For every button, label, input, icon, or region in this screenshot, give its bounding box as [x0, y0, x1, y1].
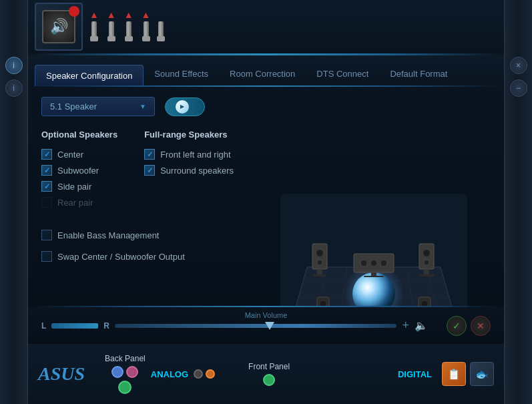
subwoofer-checkbox[interactable]	[41, 165, 52, 176]
tab-speaker-config[interactable]: Speaker Configuration	[35, 65, 144, 86]
analog-jack-2[interactable]	[206, 369, 215, 379]
rail-close-button[interactable]: ×	[510, 57, 527, 74]
center-checkbox[interactable]	[41, 149, 52, 160]
bass-mgmt-checkbox[interactable]	[41, 230, 52, 240]
asus-logo: ASUS	[38, 363, 85, 385]
analog-jack-1[interactable]	[194, 369, 203, 379]
svg-rect-18	[314, 274, 326, 276]
checkbox-front-lr[interactable]: Front left and right	[144, 146, 234, 162]
jack-icon-1: ▲	[89, 9, 99, 41]
svg-rect-29	[424, 269, 429, 274]
svg-point-20	[360, 260, 367, 266]
jack-arrow-3: ▲	[124, 9, 134, 20]
back-panel-jacks-bottom	[118, 381, 131, 394]
bottom-right-icons: 📋 🐟	[442, 362, 494, 386]
jack-plug-3	[126, 21, 131, 41]
jack-icon-2: ▲	[107, 9, 116, 41]
tab-bar: Speaker Configuration Sound Effects Room…	[28, 55, 504, 85]
back-panel-label: Back Panel	[105, 354, 146, 363]
checkbox-rear-pair: Rear pair	[41, 194, 117, 210]
full-range-header: Full-range Speakers	[144, 130, 234, 140]
back-panel-jacks-top	[111, 366, 138, 378]
top-icons: ▲ ▲ ▲ ▲	[89, 9, 164, 45]
svg-rect-24	[364, 276, 384, 277]
side-pair-checkbox[interactable]	[41, 181, 52, 192]
optional-speakers-col: Optional Speakers Center Subwoofer Side …	[41, 130, 117, 210]
speaker-dropdown[interactable]: 5.1 Speaker ▼	[41, 97, 155, 116]
speaker-selector: 5.1 Speaker ▼ ▶	[41, 97, 491, 116]
checkbox-subwoofer[interactable]: Subwoofer	[41, 162, 117, 178]
confirm-button[interactable]: ✓	[447, 316, 467, 336]
front-panel-section: Front Panel	[248, 362, 290, 386]
play-inner: ▶	[176, 100, 189, 114]
volume-slider-track[interactable]	[115, 324, 396, 328]
speaker-graphic: 🔊	[42, 10, 75, 43]
svg-rect-30	[419, 274, 434, 276]
volume-speaker-icon: 🔈	[415, 319, 428, 332]
analog-label: ANALOG	[151, 369, 188, 379]
checkbox-center[interactable]: Center	[41, 146, 117, 162]
play-button[interactable]: ▶	[165, 97, 205, 116]
dropdown-arrow-icon: ▼	[140, 103, 146, 110]
rear-pair-label: Rear pair	[57, 198, 93, 208]
volume-left-label: L	[41, 321, 46, 331]
svg-point-16	[317, 260, 322, 265]
tab-dts-connect[interactable]: DTS Connect	[306, 63, 379, 85]
side-pair-label: Side pair	[57, 182, 91, 192]
jack-arrow-2: ▲	[107, 9, 116, 20]
jack-icon-3: ▲	[124, 9, 134, 41]
front-lr-checkbox[interactable]	[144, 149, 155, 160]
cancel-button[interactable]: ✕	[471, 316, 491, 336]
jack-pink[interactable]	[126, 366, 138, 378]
top-section: 🔊 ▲ ▲ ▲ ▲	[28, 0, 504, 53]
swap-center-checkbox[interactable]	[41, 251, 52, 262]
subwoofer-label: Subwoofer	[57, 166, 99, 176]
center-label: Center	[57, 150, 83, 160]
svg-rect-17	[317, 269, 322, 274]
svg-point-27	[425, 251, 429, 255]
front-panel-jacks	[263, 374, 275, 386]
checkbox-surround[interactable]: Surround speakers	[144, 162, 234, 178]
tab-default-format[interactable]: Default Format	[379, 63, 458, 85]
settings-icon-button[interactable]: 📋	[442, 362, 466, 386]
rail-info-button[interactable]: i	[5, 57, 23, 74]
volume-section: Main Volume L R + 🔈 ✓ ✕	[28, 307, 504, 344]
tab-room-correction[interactable]: Room Correction	[219, 63, 306, 85]
jack-plug-1	[91, 21, 97, 41]
rail-info-button-2[interactable]: i	[5, 79, 23, 97]
app-container: i i × − 🔊 ▲ ▲ ▲ ▲	[0, 0, 532, 404]
svg-point-22	[380, 260, 387, 266]
front-panel-label: Front Panel	[248, 362, 290, 371]
jack-arrow-4: ▲	[142, 9, 151, 20]
power-icon-button[interactable]: 🐟	[470, 362, 494, 386]
surround-checkbox[interactable]	[144, 165, 155, 176]
checkbox-side-pair[interactable]: Side pair	[41, 178, 117, 194]
surround-label: Surround speakers	[160, 166, 234, 176]
jack-blue[interactable]	[111, 366, 123, 378]
swap-center-label: Swap Center / Subwoofer Output	[57, 252, 185, 262]
tab-sound-effects[interactable]: Sound Effects	[144, 63, 219, 85]
svg-point-15	[318, 251, 322, 255]
front-lr-label: Front left and right	[160, 150, 231, 160]
volume-slider-thumb[interactable]	[265, 322, 274, 330]
svg-point-21	[370, 260, 377, 266]
volume-bar-segments	[51, 323, 98, 329]
jack-plug-4	[144, 21, 149, 41]
digital-label: DIGITAL	[398, 369, 432, 379]
jack-plug-2	[109, 21, 114, 41]
volume-label: Main Volume	[245, 311, 288, 319]
jack-green[interactable]	[118, 381, 131, 394]
jack-icon-5	[158, 21, 164, 41]
volume-right-label: R	[103, 321, 109, 331]
back-panel-section: Back Panel	[105, 354, 146, 394]
right-side-rail: × −	[504, 0, 532, 404]
volume-action-buttons: ✓ ✕	[447, 316, 491, 336]
rail-minus-button[interactable]: −	[510, 79, 527, 97]
full-range-col: Full-range Speakers Front left and right…	[144, 130, 234, 210]
analog-jacks	[194, 369, 215, 379]
jack-icon-4: ▲	[142, 9, 151, 41]
svg-rect-23	[371, 272, 376, 276]
bass-mgmt-label: Enable Bass Management	[57, 230, 159, 240]
front-jack-green[interactable]	[263, 374, 275, 386]
left-side-rail: i i	[0, 0, 28, 404]
